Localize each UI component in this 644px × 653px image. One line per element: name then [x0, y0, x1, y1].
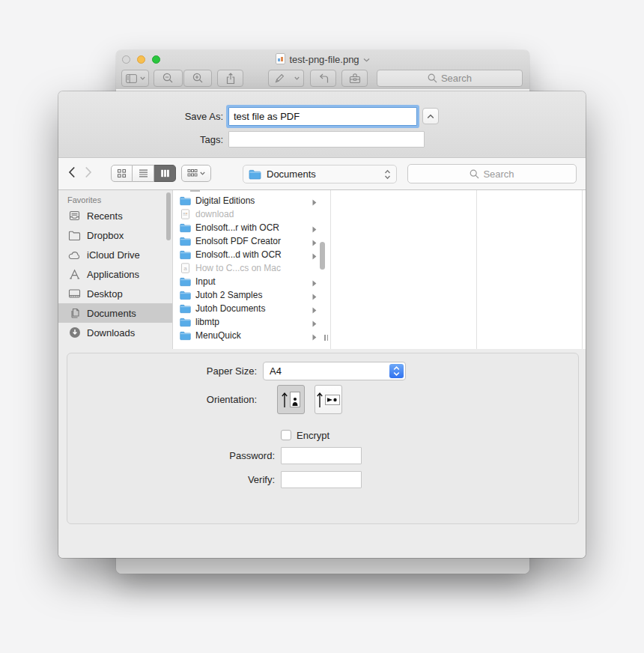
sidebar-item-icloud-drive[interactable]: iCloud Drive [58, 245, 172, 264]
sidebar-item-downloads[interactable]: Downloads [58, 323, 172, 342]
sidebar-item-applications[interactable]: Applications [58, 264, 172, 284]
save-dialog-toolbar: Documents Search [58, 158, 586, 190]
toolbox-button[interactable] [341, 70, 368, 87]
popup-stepper-icon [384, 169, 391, 180]
preview-search-field[interactable]: Search [377, 70, 523, 87]
markup-menu-button[interactable] [291, 70, 304, 87]
applications-icon [67, 269, 82, 279]
file-row[interactable]: a How to C...cs on Mac [174, 261, 330, 275]
file-name: Jutoh Documents [195, 303, 265, 314]
paper-size-popup[interactable]: A4 [263, 362, 406, 380]
sidebar-toggle-button[interactable] [121, 70, 149, 87]
file-row[interactable]: MenuQuick [174, 329, 330, 342]
location-popup[interactable]: Documents [243, 165, 397, 183]
popup-stepper-icon [389, 364, 404, 378]
file-row[interactable]: Input [174, 275, 330, 288]
text-file-icon: a [179, 263, 191, 273]
back-button[interactable] [68, 166, 76, 178]
column-divider [476, 190, 477, 349]
column-view-button[interactable] [154, 165, 176, 182]
chevron-right-icon [312, 306, 317, 316]
encrypt-checkbox[interactable] [281, 430, 291, 440]
folder-icon [179, 304, 191, 314]
forward-button[interactable] [85, 166, 92, 178]
documents-icon [67, 307, 82, 319]
pdf-options-panel: Paper Size: A4 Orientation: [67, 353, 579, 524]
recents-icon [67, 210, 82, 222]
file-row[interactable]: Jutoh 2 Samples [174, 288, 330, 302]
sidebar: Favorites Recents Dropbox iCloud Drive A… [58, 190, 173, 349]
file-browser: Favorites Recents Dropbox iCloud Drive A… [58, 190, 586, 349]
chevron-right-icon [312, 225, 317, 235]
file-row[interactable]: Enolsoft...r with OCR [174, 221, 330, 234]
up-arrow-icon [282, 392, 288, 408]
file-row[interactable]: download [174, 207, 330, 221]
file-row[interactable]: libmtp [174, 315, 330, 329]
folder-icon [179, 250, 191, 260]
column-browser: Digital Editions download Enolsoft...r w… [174, 190, 586, 349]
sidebar-item-recents[interactable]: Recents [58, 206, 172, 225]
toolbox-icon [349, 73, 361, 84]
column-resize-handle[interactable] [324, 335, 328, 341]
share-icon [225, 73, 236, 85]
arrange-menu-button[interactable] [181, 165, 211, 182]
save-dialog-lower: Paper Size: A4 Orientation: [58, 349, 586, 558]
zoom-in-icon [192, 73, 204, 84]
sidebar-icon [126, 74, 137, 83]
chevron-up-icon [427, 114, 434, 119]
paper-size-label: Paper Size: [67, 365, 257, 377]
title-proxy-chevron-icon[interactable] [363, 58, 370, 62]
svg-text:a: a [183, 265, 187, 272]
zoom-out-icon [162, 73, 174, 84]
search-placeholder: Search [441, 73, 472, 84]
sidebar-item-desktop[interactable]: Desktop [58, 284, 172, 303]
file-list-scrollbar[interactable] [320, 242, 325, 270]
share-button[interactable] [217, 70, 243, 87]
desktop-icon [67, 288, 82, 299]
password-field[interactable] [281, 447, 362, 464]
save-dialog-header: Save As: Tags: [58, 91, 586, 158]
sidebar-item-dropbox[interactable]: Dropbox [58, 225, 172, 245]
file-name: Enolsoft PDF Creator [195, 236, 281, 246]
file-name: Jutoh 2 Samples [195, 290, 262, 300]
rotate-button[interactable] [310, 70, 336, 87]
preview-toolbar: Search [116, 70, 529, 88]
list-view-button[interactable] [133, 165, 154, 182]
window-title-area: test-png-file.png [116, 50, 529, 69]
verify-label: Verify: [67, 474, 275, 485]
file-row[interactable]: Enolsoft PDF Creator [174, 234, 330, 248]
orientation-label: Orientation: [67, 394, 257, 405]
file-row[interactable]: Jutoh Documents [174, 302, 330, 315]
save-dialog: Save As: Tags: [58, 91, 586, 558]
dialog-search-field[interactable]: Search [407, 164, 577, 183]
markup-button[interactable] [268, 70, 291, 87]
downloads-icon [67, 326, 82, 338]
list-view-icon [139, 168, 148, 178]
landscape-page-icon [325, 395, 340, 405]
arrange-icon [187, 168, 198, 178]
chevron-right-icon [312, 252, 317, 262]
orientation-portrait-button[interactable] [277, 385, 305, 414]
tags-label: Tags: [58, 134, 223, 145]
folder-icon [179, 331, 191, 341]
sidebar-item-label: Applications [87, 269, 139, 280]
file-row[interactable]: Enolsoft...d with OCR [174, 248, 330, 261]
file-row[interactable]: Digital Editions [174, 194, 330, 207]
verify-field[interactable] [281, 471, 362, 488]
collapse-sheet-button[interactable] [422, 108, 439, 124]
file-name: Enolsoft...r with OCR [195, 222, 279, 233]
sidebar-item-documents[interactable]: Documents [58, 303, 172, 323]
icon-view-button[interactable] [111, 165, 133, 182]
orientation-landscape-button[interactable] [315, 385, 342, 414]
search-icon [428, 73, 437, 83]
grid-view-icon [117, 168, 127, 178]
tags-input[interactable] [228, 131, 425, 148]
chevron-right-icon [312, 332, 317, 343]
zoom-in-button[interactable] [183, 70, 212, 87]
save-as-input[interactable] [228, 107, 417, 126]
file-name: Enolsoft...d with OCR [195, 249, 282, 260]
sidebar-scrollbar[interactable] [166, 192, 171, 240]
chevron-down-icon [140, 76, 145, 80]
zoom-out-button[interactable] [154, 70, 183, 87]
sidebar-section-heading: Favorites [67, 195, 172, 204]
